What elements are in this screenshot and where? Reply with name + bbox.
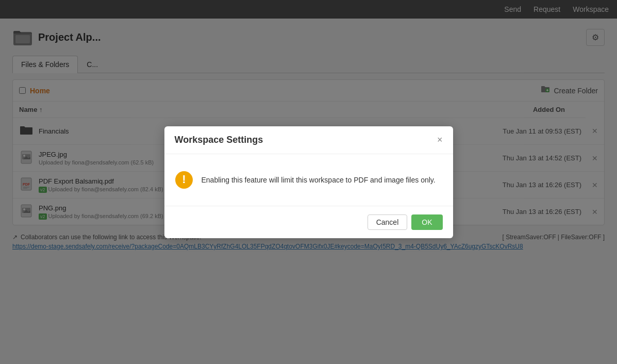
modal-body: ! Enabling this feature will limit this … <box>164 154 453 206</box>
modal-close-button[interactable]: × <box>437 135 443 145</box>
ok-button[interactable]: OK <box>411 214 442 230</box>
modal-header: Workspace Settings × <box>164 126 453 154</box>
cancel-button[interactable]: Cancel <box>368 214 408 230</box>
modal-footer: Cancel OK <box>164 206 453 238</box>
modal-message: Enabling this feature will limit this wo… <box>202 176 436 184</box>
warning-icon: ! <box>175 171 193 189</box>
modal-overlay: Workspace Settings × ! Enabling this fea… <box>0 0 617 258</box>
workspace-settings-modal: Workspace Settings × ! Enabling this fea… <box>164 126 453 238</box>
modal-title: Workspace Settings <box>175 135 263 145</box>
svg-text:!: ! <box>182 173 186 186</box>
